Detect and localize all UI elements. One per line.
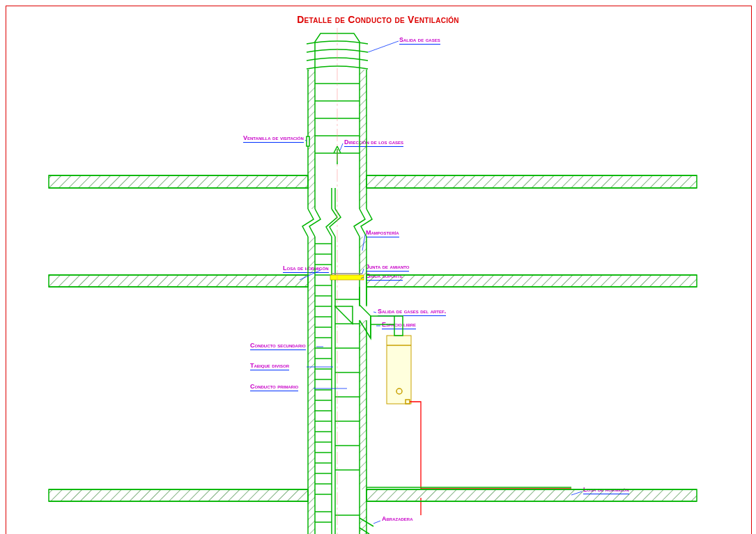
slab-3 [49,489,697,501]
svg-rect-39 [360,237,367,278]
appliance [371,316,411,404]
svg-line-2 [368,41,399,52]
slab-1 [49,175,697,188]
brida-soporte [330,275,364,280]
svg-rect-67 [367,275,697,287]
svg-rect-29 [360,181,367,209]
ladder-courses-left [315,244,332,494]
slab-2 [49,275,697,287]
svg-rect-28 [308,181,315,209]
svg-line-17 [340,143,343,150]
svg-rect-115 [308,501,315,534]
duct-assembly [49,28,697,534]
svg-rect-14 [307,136,309,146]
svg-rect-18 [49,175,308,188]
svg-rect-38 [308,237,315,501]
svg-rect-8 [360,70,367,181]
svg-rect-19 [367,175,697,188]
cad-drawing [0,0,756,534]
svg-line-83 [373,312,376,313]
svg-rect-99 [394,316,403,336]
svg-rect-82 [360,320,367,489]
svg-rect-101 [49,489,308,501]
primary-duct-joints [335,299,360,470]
svg-rect-116 [360,501,367,534]
svg-line-120 [373,521,380,524]
svg-rect-7 [308,70,315,181]
svg-rect-102 [367,489,697,501]
svg-rect-66 [49,275,308,287]
